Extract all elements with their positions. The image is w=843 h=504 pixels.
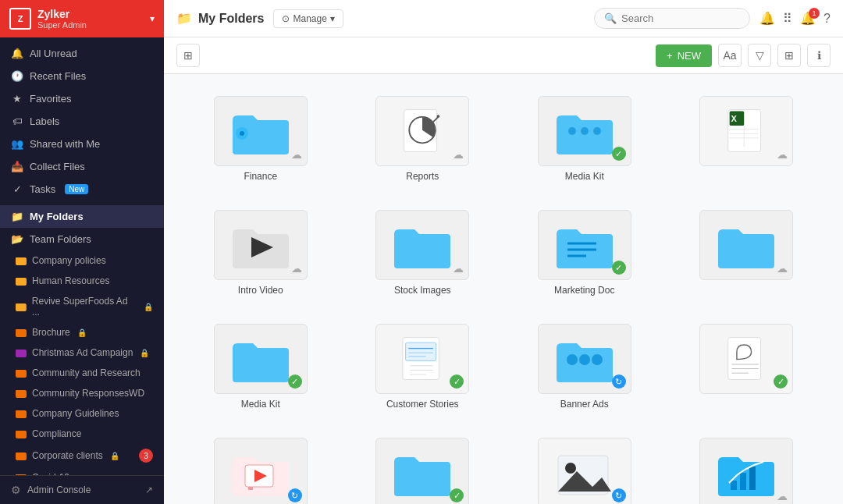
search-box[interactable]: 🔍 [594,8,750,29]
lock-icon: 🔒 [140,349,149,357]
notification-icon-btn[interactable]: 🔔1 [800,11,816,26]
check-badge: ✓ [774,374,788,389]
list-item[interactable]: ☁ Stock Images [350,204,496,302]
topbar-actions: 🔔 ⠿ 🔔1 ? [759,11,831,26]
sidebar-item-company-guidelines[interactable]: Company Guidelines [0,403,164,424]
manage-button[interactable]: ⊙ Manage ▾ [273,9,343,28]
sidebar-item-recent-files[interactable]: 🕐 Recent Files [0,65,164,87]
star-icon: ★ [11,93,23,105]
cloud-icon: ☁ [453,148,464,161]
sidebar-item-community-research[interactable]: Community and Research [0,363,164,383]
folder-label: Corporate clients [32,450,103,461]
sidebar-item-shared-with-me[interactable]: 👥 Shared with Me [0,133,164,155]
sidebar-item-labels[interactable]: 🏷 Labels [0,110,164,133]
check-badge: ✓ [288,374,302,389]
list-item[interactable]: ☁ Intro Video [187,204,334,302]
list-item[interactable]: ✓ User Education [350,431,496,504]
info-button[interactable]: ℹ [807,44,831,67]
sidebar-item-community-responses[interactable]: Community ResponsesWD [0,383,164,403]
svg-text:X: X [731,114,738,123]
sidebar-item-all-unread[interactable]: 🔔 All Unread [0,42,164,65]
list-item[interactable]: ✓ Customer Stories [350,318,496,416]
tasks-badge: New [65,184,88,194]
sidebar-item-favorites[interactable]: ★ Favorites [0,87,164,110]
manage-label: Manage [293,13,326,24]
sidebar-item-brochure[interactable]: Brochure 🔒 [0,322,164,343]
bell-icon-btn[interactable]: 🔔 [759,11,775,26]
search-input[interactable] [621,12,731,24]
sidebar-item-my-folders[interactable]: 📁 My Folders [0,205,164,228]
view-toggle-button[interactable]: ⊞ [777,44,801,67]
sidebar-header: Z Zylker Super Admin ▾ [0,0,164,37]
svg-rect-5 [16,303,20,306]
list-item[interactable]: ☁ Reports [350,90,496,188]
admin-console-link[interactable]: Admin Console [27,484,139,495]
svg-point-28 [568,127,576,135]
svg-point-29 [581,127,589,135]
svg-rect-63 [731,481,737,490]
list-item[interactable]: ✓ Marketing Doc [511,204,658,302]
external-link-icon[interactable]: ↗ [145,484,153,495]
grid-icon-btn[interactable]: ⠿ [783,11,792,26]
list-item[interactable]: ✓ [674,318,820,416]
new-button[interactable]: + NEW [656,44,712,67]
list-item[interactable]: X ☁ [674,90,820,188]
check-badge: ✓ [612,147,626,161]
gear-icon[interactable]: ⚙ [11,484,21,496]
chevron-down-icon: ▾ [330,13,335,24]
folder-thumbnail: ↻ [538,438,631,504]
folder-label: Company Guidelines [32,408,119,419]
folder-label: Community and Research [32,367,140,378]
sidebar: Z Zylker Super Admin ▾ 🔔 All Unread 🕐 Re… [0,0,164,504]
file-thumbnail: X ☁ [699,96,793,166]
list-item[interactable]: ✓ Media Kit [187,318,334,416]
list-item[interactable]: ↻ Banner Ads [511,318,658,416]
sidebar-item-covid[interactable]: Covid-19 [0,467,164,475]
sidebar-item-team-folders[interactable]: 📂 Team Folders [0,228,164,250]
folder-label: Christmas Ad Campaign [32,347,133,358]
list-item[interactable]: ↻ Stock Images [511,431,658,504]
svg-rect-59 [248,487,253,490]
list-item[interactable]: ☁ [674,431,820,504]
plus-icon: + [667,50,673,62]
filter-button[interactable]: ▽ [748,44,771,67]
list-item[interactable]: ☁ Finance [187,90,334,188]
sidebar-item-revive[interactable]: Revive SuperFoods Ad ... 🔒 [0,291,164,322]
sidebar-footer: ⚙ Admin Console ↗ [0,475,164,504]
sidebar-item-compliance[interactable]: Compliance [0,424,164,444]
topbar: 📁 My Folders ⊙ Manage ▾ 🔍 🔔 ⠿ 🔔1 ? [164,0,843,37]
check-badge: ✓ [612,261,626,275]
cloud-icon: ☁ [291,148,302,161]
svg-point-50 [567,354,578,365]
folder-label: Human Resources [32,275,109,286]
file-thumbnail: ✓ [699,324,793,394]
sidebar-item-tasks[interactable]: ✓ Tasks New [0,178,164,201]
sidebar-item-label: Tasks [30,183,55,195]
item-name: Stock Images [394,285,451,296]
list-item[interactable]: ✓ Media Kit [511,90,658,188]
chevron-down-icon[interactable]: ▾ [150,13,155,24]
item-name: Banner Ads [560,399,609,410]
help-icon-btn[interactable]: ? [823,12,831,26]
cloud-icon: ☁ [291,262,302,275]
sort-alpha-button[interactable]: Aa [718,44,742,67]
sidebar-item-human-resources[interactable]: Human Resources [0,271,164,291]
brand: Zylker Super Admin [37,8,150,30]
list-item[interactable]: ☁ [674,204,820,302]
lock-icon: 🔒 [144,303,153,311]
svg-point-23 [240,131,244,136]
title-wrap: 📁 My Folders [176,11,264,26]
sidebar-item-collect-files[interactable]: 📥 Collect Files [0,155,164,178]
folder-thumbnail: ✓ [538,96,631,166]
sync-badge: ↻ [612,488,626,502]
add-item-button[interactable]: ⊞ [176,44,200,67]
sidebar-item-corporate-clients[interactable]: Corporate clients 🔒 3 [0,444,164,467]
list-item[interactable]: ↻ Event Presentation [187,431,334,504]
sync-badge: ↻ [612,374,626,389]
collect-icon: 📥 [11,161,23,172]
folder-thumbnail: ✓ [375,438,469,504]
folder-icon: 📁 [11,211,23,222]
sidebar-item-christmas-ad[interactable]: Christmas Ad Campaign 🔒 [0,343,164,363]
brand-sub: Super Admin [37,20,150,30]
sidebar-item-company-policies[interactable]: Company policies [0,250,164,271]
